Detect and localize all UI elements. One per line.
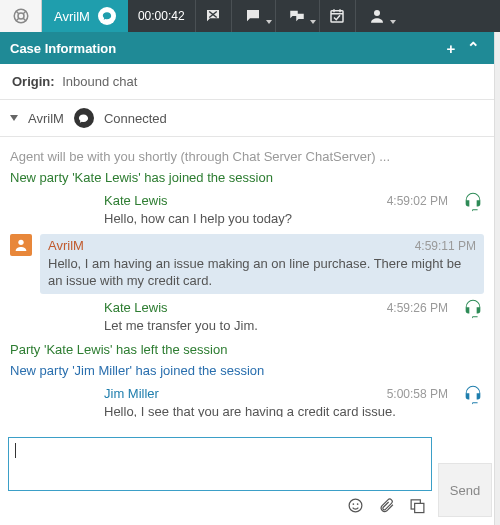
svg-rect-8: [331, 11, 343, 22]
chat-message: Kate Lewis4:59:26 PM Let me transfer you…: [10, 298, 484, 337]
svg-line-2: [15, 11, 18, 14]
sender-name: Kate Lewis: [104, 193, 168, 208]
compose-area: Send: [8, 437, 492, 517]
message-text: Hello, I see that you are having a credi…: [104, 403, 450, 417]
sender-name: Kate Lewis: [104, 300, 168, 315]
active-chat-tab[interactable]: AvrilM: [42, 0, 128, 32]
chat-message: Kate Lewis4:59:02 PM Hello, how can I he…: [10, 191, 484, 230]
svg-line-5: [23, 18, 26, 21]
chat-action-1-button[interactable]: [231, 0, 275, 32]
schedule-button[interactable]: [319, 0, 355, 32]
customer-headset-icon: [462, 298, 484, 320]
svg-point-15: [353, 503, 355, 505]
case-info-header[interactable]: Case Information + ⌃: [0, 32, 494, 64]
url-share-icon[interactable]: [409, 497, 426, 517]
message-input[interactable]: [8, 437, 432, 491]
svg-rect-18: [415, 503, 424, 512]
end-chat-button[interactable]: [195, 0, 231, 32]
chat-transcript: Agent will be with you shortly (through …: [0, 137, 494, 417]
message-text: Hello, how can I help you today?: [104, 210, 450, 228]
message-text: Hello, I am having an issue making an on…: [48, 255, 476, 290]
system-message: Agent will be with you shortly (through …: [10, 149, 484, 164]
add-case-icon[interactable]: +: [440, 40, 462, 57]
chat-tab-user: AvrilM: [54, 9, 90, 24]
participants-button[interactable]: [355, 0, 399, 32]
svg-point-1: [18, 13, 24, 19]
origin-value: Inbound chat: [62, 74, 137, 89]
party-left-event: Party 'Kate Lewis' has left the session: [10, 342, 484, 357]
case-info-title: Case Information: [10, 41, 116, 56]
svg-point-12: [374, 10, 380, 16]
message-time: 4:59:02 PM: [387, 194, 448, 208]
lifesaver-icon[interactable]: [0, 0, 42, 32]
party-join-event: New party 'Jim Miller' has joined the se…: [10, 363, 484, 378]
call-timer: 00:00:42: [128, 0, 195, 32]
attachment-icon[interactable]: [378, 497, 395, 517]
top-toolbar: AvrilM 00:00:42: [0, 0, 500, 32]
chat-message: Jim Miller5:00:58 PM Hello, I see that y…: [10, 384, 484, 417]
chat-action-2-button[interactable]: [275, 0, 319, 32]
emoji-icon[interactable]: [347, 497, 364, 517]
svg-point-16: [357, 503, 359, 505]
svg-line-3: [23, 11, 26, 14]
compose-tools: [8, 491, 432, 517]
status-user: AvrilM: [28, 111, 64, 126]
chat-status-icon: [74, 108, 94, 128]
origin-label: Origin:: [12, 74, 55, 89]
toolbar-actions: [195, 0, 399, 32]
chat-bubble-icon: [98, 7, 116, 25]
send-button[interactable]: Send: [438, 463, 492, 517]
case-origin-row: Origin: Inbound chat: [0, 64, 494, 100]
party-join-event: New party 'Kate Lewis' has joined the se…: [10, 170, 484, 185]
message-time: 5:00:58 PM: [387, 387, 448, 401]
right-side-strip: [494, 32, 500, 525]
customer-headset-icon: [462, 384, 484, 406]
sender-name: AvrilM: [48, 238, 84, 253]
connection-status-row[interactable]: AvrilM Connected: [0, 100, 494, 137]
sender-name: Jim Miller: [104, 386, 159, 401]
chevron-down-icon: [10, 115, 18, 121]
message-time: 4:59:26 PM: [387, 301, 448, 315]
svg-point-13: [18, 239, 23, 244]
chat-message: AvrilM4:59:11 PM Hello, I am having an i…: [10, 234, 484, 294]
svg-line-4: [15, 18, 18, 21]
message-time: 4:59:11 PM: [415, 239, 476, 253]
collapse-case-icon[interactable]: ⌃: [462, 39, 484, 57]
customer-headset-icon: [462, 191, 484, 213]
agent-avatar-icon: [10, 234, 32, 256]
status-state: Connected: [104, 111, 167, 126]
svg-point-14: [349, 499, 362, 512]
message-text: Let me transfer you to Jim.: [104, 317, 450, 335]
